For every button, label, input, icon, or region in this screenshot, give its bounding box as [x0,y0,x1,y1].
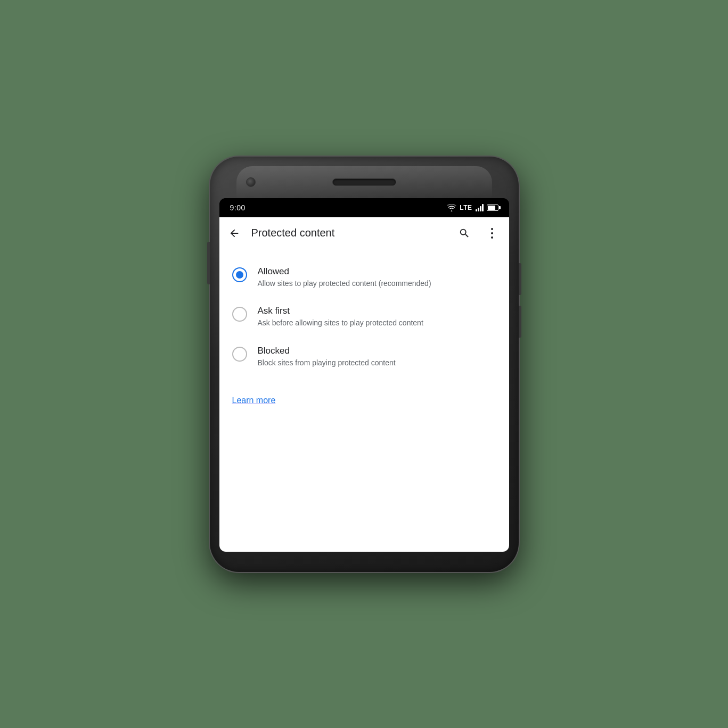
phone-top-bar [219,166,509,198]
radio-outer-allowed [232,267,247,282]
battery-icon [487,205,498,211]
allowed-desc: Allow sites to play protected content (r… [258,279,496,289]
blocked-title: Blocked [258,346,496,356]
option-ask-first[interactable]: Ask first Ask before allowing sites to p… [219,297,509,337]
search-icon [459,227,470,239]
radio-outer-ask-first [232,307,247,322]
radio-ask-first [232,307,247,322]
more-vertical-icon [491,228,493,239]
back-arrow-icon [228,227,240,239]
ask-first-title: Ask first [258,306,496,316]
volume-down-button[interactable] [519,306,521,338]
phone-frame: 9:00 LTE [210,157,519,572]
allowed-title: Allowed [258,266,496,277]
status-bar: 9:00 LTE [219,198,509,217]
earpiece-speaker [332,178,396,186]
learn-more-link[interactable]: Learn more [219,385,509,416]
radio-inner-allowed [236,271,243,279]
wifi-icon [447,204,456,211]
content-area: Protected content [219,217,509,552]
blocked-desc: Block sites from playing protected conte… [258,358,496,369]
page-title: Protected content [251,227,452,239]
option-allowed[interactable]: Allowed Allow sites to play protected co… [219,258,509,298]
lte-label: LTE [460,204,472,211]
power-button[interactable] [207,242,210,284]
front-camera [246,177,256,187]
search-button[interactable] [452,220,477,246]
phone-bottom-bar [219,552,509,562]
battery-fill [488,206,495,210]
ask-first-text: Ask first Ask before allowing sites to p… [258,306,496,329]
header-actions [452,220,505,246]
allowed-text: Allowed Allow sites to play protected co… [258,266,496,289]
blocked-text: Blocked Block sites from playing protect… [258,346,496,369]
radio-blocked [232,347,247,362]
learn-more-text: Learn more [232,396,276,405]
status-time: 9:00 [230,203,246,212]
phone-screen: 9:00 LTE [219,198,509,552]
status-icons: LTE [447,204,498,211]
option-blocked[interactable]: Blocked Block sites from playing protect… [219,337,509,377]
more-options-button[interactable] [479,220,505,246]
volume-up-button[interactable] [519,263,521,295]
ask-first-desc: Ask before allowing sites to play protec… [258,318,496,329]
radio-allowed [232,267,247,282]
signal-icon [476,204,484,211]
app-header: Protected content [219,217,509,249]
radio-outer-blocked [232,347,247,362]
back-button[interactable] [222,220,247,246]
settings-list: Allowed Allow sites to play protected co… [219,249,509,386]
